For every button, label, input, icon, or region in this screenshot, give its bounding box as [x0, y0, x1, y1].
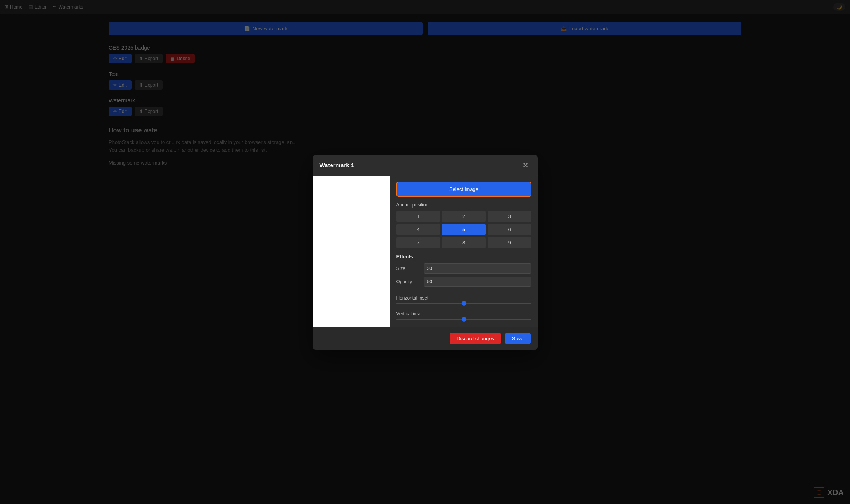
anchor-btn-9[interactable]: 9	[488, 237, 531, 248]
opacity-input[interactable]	[424, 277, 531, 287]
vertical-inset-thumb[interactable]	[462, 317, 466, 322]
modal-footer: Discard changes Save	[313, 327, 538, 350]
save-button[interactable]: Save	[505, 333, 531, 344]
horizontal-inset-track[interactable]	[396, 303, 531, 304]
size-input[interactable]	[424, 263, 531, 274]
image-preview-panel	[313, 176, 390, 327]
save-label: Save	[512, 336, 524, 341]
modal-overlay[interactable]: Watermark 1 ✕ Select image Anchor positi…	[0, 0, 850, 504]
discard-button[interactable]: Discard changes	[450, 333, 501, 344]
modal-title: Watermark 1	[320, 162, 355, 168]
size-row: Size	[396, 263, 531, 274]
anchor-btn-7[interactable]: 7	[396, 237, 440, 248]
discard-label: Discard changes	[457, 336, 494, 341]
vertical-inset-track[interactable]	[396, 319, 531, 320]
anchor-btn-4[interactable]: 4	[396, 224, 440, 235]
anchor-grid: 123456789	[396, 211, 531, 248]
modal-controls: Select image Anchor position 123456789 E…	[390, 176, 538, 327]
vertical-inset-label: Vertical inset	[396, 311, 531, 317]
horizontal-inset-label: Horizontal inset	[396, 295, 531, 301]
modal-body: Select image Anchor position 123456789 E…	[313, 176, 538, 327]
opacity-label: Opacity	[396, 279, 420, 284]
effects-section: Effects Size Opacity	[396, 254, 531, 290]
modal-header: Watermark 1 ✕	[313, 155, 538, 176]
select-image-label: Select image	[449, 186, 478, 192]
anchor-btn-5[interactable]: 5	[442, 224, 486, 235]
anchor-label: Anchor position	[396, 202, 531, 208]
effects-label: Effects	[396, 254, 531, 260]
opacity-row: Opacity	[396, 277, 531, 287]
modal-close-button[interactable]: ✕	[520, 160, 531, 170]
horizontal-inset-thumb[interactable]	[462, 301, 466, 306]
anchor-btn-1[interactable]: 1	[396, 211, 440, 222]
anchor-btn-3[interactable]: 3	[488, 211, 531, 222]
vertical-inset-section: Vertical inset	[396, 311, 531, 320]
size-label: Size	[396, 266, 420, 271]
anchor-section: Anchor position 123456789	[396, 202, 531, 248]
anchor-btn-2[interactable]: 2	[442, 211, 486, 222]
anchor-btn-6[interactable]: 6	[488, 224, 531, 235]
select-image-button[interactable]: Select image	[396, 182, 531, 197]
horizontal-inset-section: Horizontal inset	[396, 295, 531, 304]
anchor-btn-8[interactable]: 8	[442, 237, 486, 248]
watermark-modal: Watermark 1 ✕ Select image Anchor positi…	[313, 155, 538, 350]
